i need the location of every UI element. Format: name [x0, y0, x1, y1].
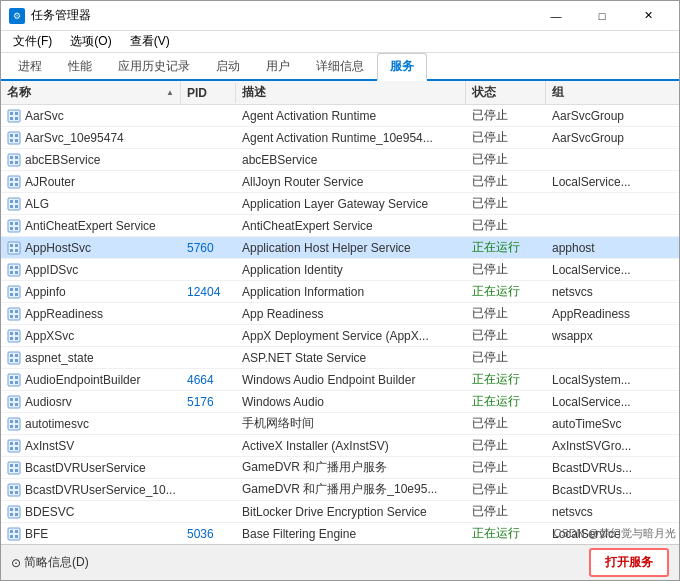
svg-rect-66: [10, 398, 13, 401]
table-row[interactable]: AxInstSV ActiveX Installer (AxInstSV) 已停…: [1, 435, 679, 457]
table-body[interactable]: AarSvc Agent Activation Runtime 已停止 AarS…: [1, 105, 679, 544]
svg-rect-82: [15, 464, 18, 467]
service-icon: [7, 263, 21, 277]
svg-rect-91: [10, 508, 13, 511]
close-button[interactable]: ✕: [625, 1, 671, 31]
col-group[interactable]: 组: [546, 81, 676, 104]
svg-rect-3: [10, 117, 13, 120]
collapse-icon: ⊙: [11, 556, 21, 570]
service-group: BcastDVRUs...: [546, 481, 676, 499]
svg-rect-34: [15, 249, 18, 252]
svg-rect-90: [8, 506, 20, 518]
svg-rect-69: [15, 403, 18, 406]
svg-rect-83: [10, 469, 13, 472]
table-row[interactable]: AarSvc Agent Activation Runtime 已停止 AarS…: [1, 105, 679, 127]
table-row[interactable]: autotimesvc 手机网络时间 已停止 autoTimeSvc: [1, 413, 679, 435]
svg-rect-98: [10, 535, 13, 538]
table-row[interactable]: AJRouter AllJoyn Router Service 已停止 Loca…: [1, 171, 679, 193]
service-icon: [7, 439, 21, 453]
svg-rect-4: [15, 117, 18, 120]
svg-rect-53: [10, 337, 13, 340]
minimize-button[interactable]: —: [533, 1, 579, 31]
service-name: autotimesvc: [1, 415, 181, 433]
menu-options[interactable]: 选项(O): [62, 31, 119, 52]
service-icon: [7, 109, 21, 123]
table-row[interactable]: abcEBService abcEBService 已停止: [1, 149, 679, 171]
service-pid: [181, 510, 236, 514]
service-name: AppHostSvc: [1, 239, 181, 257]
service-group: BcastDVRUs...: [546, 459, 676, 477]
service-status: 正在运行: [466, 369, 546, 390]
maximize-button[interactable]: □: [579, 1, 625, 31]
svg-rect-13: [10, 161, 13, 164]
table-row[interactable]: BcastDVRUserService_10... GameDVR 和广播用户服…: [1, 479, 679, 501]
svg-rect-12: [15, 156, 18, 159]
service-icon: [7, 153, 21, 167]
table-row[interactable]: AppHostSvc 5760 Application Host Helper …: [1, 237, 679, 259]
svg-rect-63: [10, 381, 13, 384]
service-desc: Application Host Helper Service: [236, 239, 466, 257]
svg-rect-88: [10, 491, 13, 494]
svg-rect-86: [10, 486, 13, 489]
table-row[interactable]: Appinfo 12404 Application Information 正在…: [1, 281, 679, 303]
table-header: 名称 ▲ PID 描述 状态 组: [1, 81, 679, 105]
table-row[interactable]: AntiCheatExpert Service AntiCheatExpert …: [1, 215, 679, 237]
tab-startup[interactable]: 启动: [203, 53, 253, 79]
tab-process[interactable]: 进程: [5, 53, 55, 79]
service-name: AarSvc: [1, 107, 181, 125]
menu-view[interactable]: 查看(V): [122, 31, 178, 52]
table-row[interactable]: AarSvc_10e95474 Agent Activation Runtime…: [1, 127, 679, 149]
svg-rect-72: [15, 420, 18, 423]
service-group: AppReadiness: [546, 305, 676, 323]
table-row[interactable]: AppReadiness App Readiness 已停止 AppReadin…: [1, 303, 679, 325]
svg-rect-67: [15, 398, 18, 401]
table-row[interactable]: ALG Application Layer Gateway Service 已停…: [1, 193, 679, 215]
svg-rect-37: [15, 266, 18, 269]
svg-rect-46: [10, 310, 13, 313]
service-group: netsvcs: [546, 283, 676, 301]
service-group: apphost: [546, 239, 676, 257]
col-desc[interactable]: 描述: [236, 81, 466, 104]
svg-rect-77: [15, 442, 18, 445]
service-pid: [181, 334, 236, 338]
svg-rect-95: [8, 528, 20, 540]
service-pid: [181, 180, 236, 184]
service-group: AarSvcGroup: [546, 107, 676, 125]
service-name: AppXSvc: [1, 327, 181, 345]
service-name: AppReadiness: [1, 305, 181, 323]
table-row[interactable]: BFE 5036 Base Filtering Engine 正在运行 Loca…: [1, 523, 679, 544]
open-service-button[interactable]: 打开服务: [589, 548, 669, 577]
col-name[interactable]: 名称 ▲: [1, 81, 181, 104]
service-group: LocalService: [546, 525, 676, 543]
title-bar: ⚙ 任务管理器 — □ ✕: [1, 1, 679, 31]
tab-app-history[interactable]: 应用历史记录: [105, 53, 203, 79]
bottom-bar: ⊙ 简略信息(D) 打开服务: [1, 544, 679, 580]
svg-rect-59: [15, 359, 18, 362]
table-row[interactable]: Audiosrv 5176 Windows Audio 正在运行 LocalSe…: [1, 391, 679, 413]
table-row[interactable]: aspnet_state ASP.NET State Service 已停止: [1, 347, 679, 369]
svg-rect-31: [10, 244, 13, 247]
service-status: 已停止: [466, 501, 546, 522]
tab-performance[interactable]: 性能: [55, 53, 105, 79]
tab-details[interactable]: 详细信息: [303, 53, 377, 79]
menu-file[interactable]: 文件(F): [5, 31, 60, 52]
service-pid: 5036: [181, 525, 236, 543]
svg-rect-10: [8, 154, 20, 166]
service-status: 已停止: [466, 105, 546, 126]
col-pid[interactable]: PID: [181, 83, 236, 103]
service-pid: [181, 356, 236, 360]
table-row[interactable]: BcastDVRUserService GameDVR 和广播用户服务 已停止 …: [1, 457, 679, 479]
table-row[interactable]: AppIDSvc Application Identity 已停止 LocalS…: [1, 259, 679, 281]
tab-services[interactable]: 服务: [377, 53, 427, 81]
svg-rect-55: [8, 352, 20, 364]
svg-rect-0: [8, 110, 20, 122]
svg-rect-47: [15, 310, 18, 313]
table-row[interactable]: AppXSvc AppX Deployment Service (AppX...…: [1, 325, 679, 347]
table-row[interactable]: AudioEndpointBuilder 4664 Windows Audio …: [1, 369, 679, 391]
table-row[interactable]: BDESVC BitLocker Drive Encryption Servic…: [1, 501, 679, 523]
tab-users[interactable]: 用户: [253, 53, 303, 79]
collapse-button[interactable]: ⊙ 简略信息(D): [11, 554, 89, 571]
col-status[interactable]: 状态: [466, 81, 546, 104]
service-desc: Application Information: [236, 283, 466, 301]
window-title: 任务管理器: [31, 7, 91, 24]
